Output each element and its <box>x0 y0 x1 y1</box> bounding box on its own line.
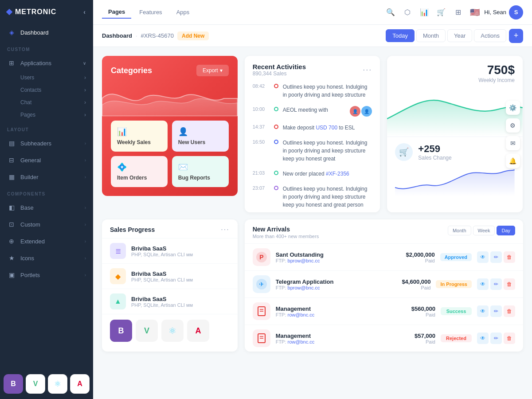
sidebar-item-dashboard[interactable]: ◈ Dashboard <box>0 24 93 41</box>
tab-apps[interactable]: Apps <box>170 6 196 18</box>
angular-logo[interactable]: A <box>187 320 209 342</box>
activity-item-1: 10:00 AEOL meeting with 👤 👤 <box>245 102 380 120</box>
new-users-icon: 👤 <box>178 127 223 137</box>
bootstrap-logo[interactable]: B <box>110 320 132 342</box>
year-button[interactable]: Year <box>447 29 472 42</box>
export-button[interactable]: Export ▾ <box>196 65 229 76</box>
sidebar-item-subheaders[interactable]: ▤ Subheaders › <box>0 135 93 152</box>
activity-item-3: 16:50 Outlines keep you honest. Indulgin… <box>245 135 380 166</box>
tab-pages[interactable]: Pages <box>102 6 131 19</box>
angular-badge[interactable]: A <box>70 374 90 394</box>
edit-button-1[interactable]: ✏ <box>490 278 502 290</box>
activities-menu-button[interactable]: ··· <box>363 65 372 74</box>
applications-chevron-icon: ∨ <box>83 61 86 66</box>
sidebar-item-applications[interactable]: ⊞ Applications ∨ <box>0 55 93 71</box>
category-weekly-sales[interactable]: 📊 Weekly Sales <box>111 121 168 152</box>
arrivals-tab-day[interactable]: Day <box>497 226 515 235</box>
right-icon-bell[interactable]: 🔔 <box>506 154 520 168</box>
arrival-info-3: Management FTP: row@bnc.cc <box>276 332 315 344</box>
arrivals-tab-month[interactable]: Month <box>448 226 471 235</box>
category-new-users[interactable]: 👤 New Users <box>172 121 229 152</box>
view-button-1[interactable]: 👁 <box>477 278 489 290</box>
sidebar-item-portlets[interactable]: ▣ Portlets › <box>0 266 93 283</box>
delete-button-2[interactable]: 🗑 <box>504 305 515 317</box>
sidebar-section-custom: CUSTOM <box>0 41 93 55</box>
vue-badge[interactable]: V <box>26 374 45 394</box>
sales-progress-menu-button[interactable]: ··· <box>221 226 229 234</box>
sidebar-toggle-button[interactable]: ‹ <box>83 8 86 16</box>
categories-panel: Categories Export ▾ <box>102 56 238 196</box>
category-item-orders[interactable]: 💠 Item Orders <box>111 156 168 187</box>
react-badge[interactable]: ⚛ <box>48 374 67 394</box>
sidebar-item-builder[interactable]: ▦ Builder › <box>0 168 93 185</box>
view-button-2[interactable]: 👁 <box>477 305 489 317</box>
sidebar-sub-pages[interactable]: Pages › <box>0 109 93 121</box>
view-button-3[interactable]: 👁 <box>477 332 489 344</box>
right-icon-send[interactable]: ✉ <box>506 136 520 150</box>
pages-arrow-icon: › <box>84 112 86 118</box>
sidebar-label-icons: Icons <box>20 255 85 262</box>
delete-button-0[interactable]: 🗑 <box>504 251 515 263</box>
sidebar-item-general[interactable]: ⊟ General › <box>0 152 93 168</box>
sidebar-logo: METRONIC ‹ <box>0 0 93 24</box>
cart-icon[interactable]: 🛒 <box>434 5 449 20</box>
frameworks-section: B V ⚛ A <box>0 369 93 399</box>
sidebar-item-base[interactable]: ◧ Base › <box>0 199 93 216</box>
today-button[interactable]: Today <box>386 29 415 42</box>
sidebar-sub-chat[interactable]: Chat › <box>0 96 93 109</box>
arrival-paid-0: Paid <box>406 258 435 263</box>
delete-button-3[interactable]: 🗑 <box>504 332 515 344</box>
sidebar-sub-users[interactable]: Users › <box>0 71 93 84</box>
user-avatar[interactable]: S <box>509 5 523 20</box>
bootstrap-icon: B <box>11 380 16 388</box>
delete-button-1[interactable]: 🗑 <box>504 278 515 290</box>
network-icon[interactable]: ⬡ <box>400 5 415 20</box>
arrival-amount-1: $4,600,000 <box>402 278 430 285</box>
income-label: Weekly Income <box>395 77 515 83</box>
right-icon-settings[interactable]: ⚙️ <box>506 101 520 115</box>
arrival-ftp-3: FTP: row@bnc.cc <box>276 339 315 344</box>
row-1: Categories Export ▾ <box>102 56 523 212</box>
icons-icon: ★ <box>7 254 16 262</box>
vue-logo[interactable]: V <box>136 320 158 342</box>
sidebar-item-custom[interactable]: ⊡ Custom › <box>0 216 93 233</box>
bootstrap-badge[interactable]: B <box>4 374 23 394</box>
portlets-icon: ▣ <box>7 270 16 279</box>
category-bug-reports[interactable]: ✉️ Bug Reports <box>172 156 229 187</box>
breadcrumb-id: #XRS-45670 <box>141 32 174 39</box>
search-icon[interactable]: 🔍 <box>383 5 398 20</box>
sidebar-label-applications: Applications <box>20 60 83 66</box>
react-logo[interactable]: ⚛ <box>161 320 184 342</box>
edit-button-2[interactable]: ✏ <box>490 305 502 317</box>
sidebar-label-subheaders: Subheaders <box>20 140 85 147</box>
edit-button-3[interactable]: ✏ <box>490 332 502 344</box>
user-menu[interactable]: Hi, Sean S <box>484 5 523 20</box>
view-button-0[interactable]: 👁 <box>477 251 489 263</box>
add-new-button[interactable]: Add New <box>177 31 209 40</box>
arrival-name-3: Management <box>276 332 315 339</box>
arrivals-subtitle: More than 400+ new members <box>253 234 319 239</box>
flag-icon[interactable]: 🇺🇸 <box>467 5 482 20</box>
arrivals-tab-week[interactable]: Week <box>473 226 495 235</box>
sidebar-sub-label-users: Users <box>20 74 34 81</box>
month-button[interactable]: Month <box>416 29 446 42</box>
edit-button-0[interactable]: ✏ <box>490 251 502 263</box>
avatar-1b: 👤 <box>361 106 372 117</box>
right-icon-gear[interactable]: ⚙ <box>506 118 520 133</box>
sidebar-item-icons[interactable]: ★ Icons › <box>0 250 93 266</box>
export-label: Export <box>203 67 218 74</box>
grid-icon[interactable]: ⊞ <box>450 5 466 20</box>
sidebar-label-extended: Extended <box>20 238 85 245</box>
activity-dot-5 <box>274 186 278 190</box>
actions-button[interactable]: Actions <box>474 29 506 42</box>
sales-progress-header: Sales Progress ··· <box>102 219 238 238</box>
sidebar-label-base: Base <box>20 204 85 211</box>
progress-info-0: Briviba SaaS PHP, SQLite, Artisan CLI мм <box>131 245 230 257</box>
activity-text-4: New order placed #XF-2356 <box>283 170 372 178</box>
add-icon-button[interactable]: + <box>509 29 523 43</box>
chart-icon[interactable]: 📊 <box>417 5 432 20</box>
tab-features[interactable]: Features <box>133 6 168 18</box>
sidebar-sub-contacts[interactable]: Contacts › <box>0 84 93 96</box>
sidebar-item-extended[interactable]: ⊕ Extended › <box>0 233 93 250</box>
sidebar-section-layout: LAYOUT <box>0 121 93 135</box>
